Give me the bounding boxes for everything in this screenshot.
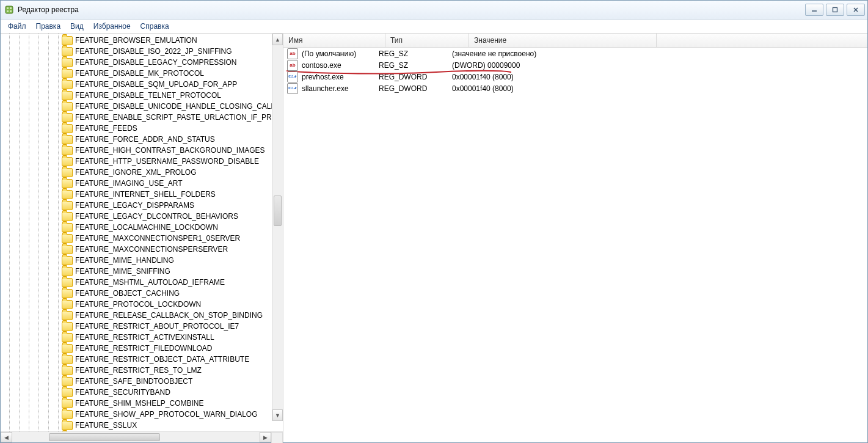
tree-item[interactable]: FEATURE_OBJECT_CACHING — [1, 288, 283, 299]
value-row[interactable]: (По умолчанию)REG_SZ(значение не присвое… — [283, 48, 867, 59]
scroll-thumb[interactable] — [274, 196, 282, 226]
tree-item[interactable]: FEATURE_LEGACY_DISPPARAMS — [1, 200, 283, 211]
tree-item[interactable]: FEATURE_DISABLE_SQM_UPLOAD_FOR_APP — [1, 79, 283, 90]
tree-item-label: FEATURE_RESTRICT_FILEDOWNLOAD — [75, 344, 212, 353]
folder-icon — [62, 311, 73, 320]
folder-icon — [62, 102, 73, 111]
tree-item-label: FEATURE_MIME_SNIFFING — [75, 267, 170, 276]
tree-item-label: FEATURE_DISABLE_LEGACY_COMPRESSION — [75, 58, 237, 67]
folder-icon — [62, 245, 73, 254]
scroll-track[interactable] — [272, 44, 283, 411]
tree-horizontal-scrollbar[interactable]: ◀ ▶ — [1, 431, 283, 442]
tree-item[interactable]: FEATURE_HIGH_CONTRAST_BACKGROUND_IMAGES — [1, 145, 283, 156]
column-name[interactable]: Имя — [283, 34, 385, 47]
tree-item[interactable]: FEATURE_RESTRICT_ABOUT_PROTOCOL_IE7 — [1, 321, 283, 332]
folder-icon — [62, 190, 73, 199]
value-name: (По умолчанию) — [302, 49, 379, 58]
maximize-button[interactable] — [826, 4, 844, 16]
value-name: prevhost.exe — [302, 73, 379, 81]
tree-item-label: FEATURE_DISABLE_UNICODE_HANDLE_CLOSING_C… — [75, 102, 283, 111]
tree-item-label: FEATURE_HIGH_CONTRAST_BACKGROUND_IMAGES — [75, 146, 265, 155]
folder-icon — [62, 36, 73, 45]
folder-icon — [62, 300, 73, 309]
value-row[interactable]: prevhost.exeREG_DWORD0x00001f40 (8000) — [283, 71, 867, 82]
tree-item[interactable]: FEATURE_DISABLE_TELNET_PROTOCOL — [1, 90, 283, 101]
tree-item[interactable]: FEATURE_RESTRICT_OBJECT_DATA_ATTRIBUTE — [1, 354, 283, 365]
dword-value-icon — [287, 83, 298, 94]
folder-icon — [62, 157, 73, 166]
tree-item[interactable]: FEATURE_MAXCONNECTIONSPER1_0SERVER — [1, 233, 283, 244]
tree-item[interactable]: FEATURE_INTERNET_SHELL_FOLDERS — [1, 189, 283, 200]
folder-icon — [62, 69, 73, 78]
tree-item[interactable]: FEATURE_RELEASE_CALLBACK_ON_STOP_BINDING — [1, 310, 283, 321]
value-data: (DWORD) 00009000 — [452, 61, 867, 70]
content-area: FEATURE_BROWSER_EMULATIONFEATURE_DISABLE… — [1, 34, 867, 442]
tree-item[interactable]: FEATURE_RESTRICT_FILEDOWNLOAD — [1, 343, 283, 354]
tree-item[interactable]: FEATURE_BROWSER_EMULATION — [1, 35, 283, 46]
tree-item[interactable]: FEATURE_MIME_SNIFFING — [1, 266, 283, 277]
tree-item[interactable]: FEATURE_DISABLE_UNICODE_HANDLE_CLOSING_C… — [1, 101, 283, 112]
column-value[interactable]: Значение — [469, 34, 657, 47]
tree-item[interactable]: FEATURE_ENABLE_SCRIPT_PASTE_URLACTION_IF… — [1, 112, 283, 123]
tree-item[interactable]: FEATURE_IGNORE_XML_PROLOG — [1, 167, 283, 178]
folder-icon — [62, 366, 73, 375]
tree-item[interactable]: FEATURE_DISABLE_ISO_2022_JP_SNIFFING — [1, 46, 283, 57]
value-data: (значение не присвоено) — [452, 49, 867, 58]
menu-edit[interactable]: Правка — [31, 21, 66, 32]
tree-item[interactable]: FEATURE_HTTP_USERNAME_PASSWORD_DISABLE — [1, 156, 283, 167]
tree-item[interactable]: FEATURE_MAXCONNECTIONSPERSERVER — [1, 244, 283, 255]
menu-help[interactable]: Справка — [136, 21, 174, 32]
tree-item[interactable]: FEATURE_RESTRICT_ACTIVEXINSTALL — [1, 332, 283, 343]
menu-view[interactable]: Вид — [65, 21, 89, 32]
tree-item-label: FEATURE_INTERNET_SHELL_FOLDERS — [75, 190, 216, 199]
tree-item[interactable]: FEATURE_MIME_HANDLING — [1, 255, 283, 266]
tree-item[interactable]: FEATURE_LEGACY_DLCONTROL_BEHAVIORS — [1, 211, 283, 222]
column-type[interactable]: Тип — [385, 34, 469, 47]
tree-item[interactable]: FEATURE_FORCE_ADDR_AND_STATUS — [1, 134, 283, 145]
tree-item-label: FEATURE_LOCALMACHINE_LOCKDOWN — [75, 223, 218, 232]
tree-item-label: FEATURE_IMAGING_USE_ART — [75, 179, 183, 188]
tree-vertical-scrollbar[interactable]: ▲ ▼ — [272, 34, 283, 421]
registry-editor-window: Редактор реестра Файл Правка Вид Избранн… — [0, 0, 868, 443]
folder-icon — [62, 234, 73, 243]
folder-icon — [62, 256, 73, 265]
scroll-left-button[interactable]: ◀ — [1, 432, 12, 442]
tree-item[interactable]: FEATURE_SHOW_APP_PROTOCOL_WARN_DIALOG — [1, 409, 283, 420]
folder-icon — [62, 377, 73, 386]
tree-item[interactable]: FEATURE_IMAGING_USE_ART — [1, 178, 283, 189]
folder-icon — [62, 223, 73, 232]
tree-list[interactable]: FEATURE_BROWSER_EMULATIONFEATURE_DISABLE… — [1, 34, 283, 431]
tree-item[interactable]: FEATURE_DISABLE_LEGACY_COMPRESSION — [1, 57, 283, 68]
folder-icon — [62, 322, 73, 331]
folder-icon — [62, 399, 73, 408]
tree-item[interactable]: FEATURE_FEEDS — [1, 123, 283, 134]
tree-item[interactable]: FEATURE_SAFE_BINDTOOBJECT — [1, 376, 283, 387]
menu-favorites[interactable]: Избранное — [89, 21, 136, 32]
tree-item[interactable]: FEATURE_DISABLE_MK_PROTOCOL — [1, 68, 283, 79]
hscroll-track[interactable] — [12, 432, 260, 442]
tree-item-label: FEATURE_DISABLE_MK_PROTOCOL — [75, 69, 204, 78]
folder-icon — [62, 212, 73, 221]
tree-item-label: FEATURE_SAFE_BINDTOOBJECT — [75, 377, 192, 386]
tree-item[interactable]: FEATURE_SECURITYBAND — [1, 387, 283, 398]
menu-file[interactable]: Файл — [3, 21, 31, 32]
tree-item[interactable]: FEATURE_MSHTML_AUTOLOAD_IEFRAME — [1, 277, 283, 288]
tree-item-label: FEATURE_SSLUX — [75, 421, 137, 430]
tree-item[interactable]: FEATURE_RESTRICT_RES_TO_LMZ — [1, 365, 283, 376]
folder-icon — [62, 179, 73, 188]
tree-item[interactable]: FEATURE_SSLUX — [1, 420, 283, 431]
svg-rect-2 — [10, 7, 12, 9]
tree-item[interactable]: FEATURE_PROTOCOL_LOCKDOWN — [1, 299, 283, 310]
close-button[interactable] — [847, 4, 865, 16]
tree-item-label: FEATURE_FEEDS — [75, 124, 137, 133]
minimize-button[interactable] — [805, 4, 823, 16]
value-row[interactable]: contoso.exeREG_SZ(DWORD) 00009000 — [283, 59, 867, 71]
tree-item[interactable]: FEATURE_LOCALMACHINE_LOCKDOWN — [1, 222, 283, 233]
scroll-right-button[interactable]: ▶ — [260, 432, 271, 442]
list-body[interactable]: (По умолчанию)REG_SZ(значение не присвое… — [283, 48, 867, 442]
folder-icon — [62, 267, 73, 276]
value-row[interactable]: sllauncher.exeREG_DWORD0x00001f40 (8000) — [283, 82, 867, 94]
scroll-down-button[interactable]: ▼ — [272, 409, 283, 421]
tree-item[interactable]: FEATURE_SHIM_MSHELP_COMBINE — [1, 398, 283, 409]
hscroll-thumb[interactable] — [49, 433, 160, 441]
